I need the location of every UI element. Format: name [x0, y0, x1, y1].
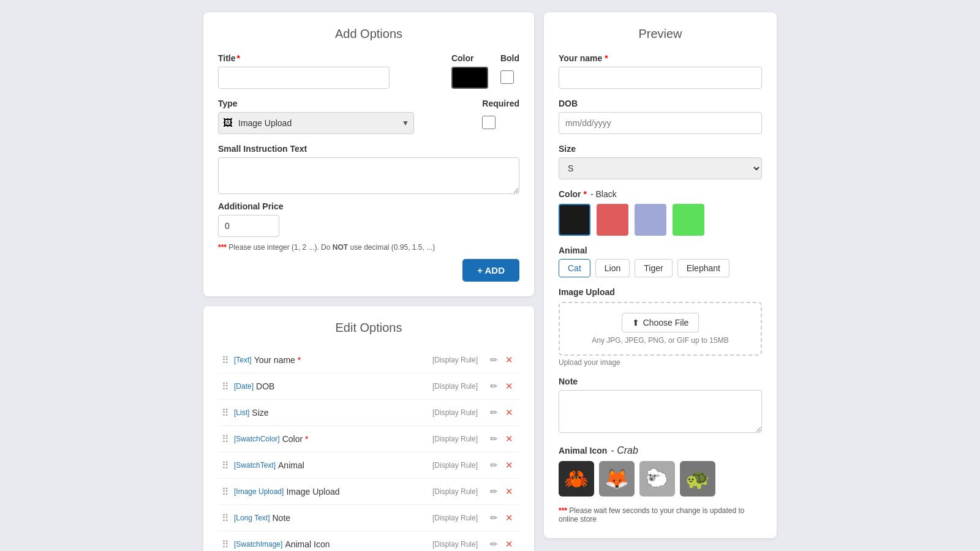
drag-handle[interactable]: ⠿: [222, 486, 229, 498]
row-name: Animal: [278, 460, 432, 470]
color-swatch[interactable]: [597, 204, 628, 236]
x-icon: ✕: [505, 512, 513, 523]
preview-dob-input[interactable]: [559, 112, 762, 134]
edit-pencil-button[interactable]: ✏: [488, 459, 500, 472]
preview-your-name-input[interactable]: [559, 67, 762, 89]
row-name: Note: [273, 513, 432, 523]
sheep-icon[interactable]: 🐑: [639, 461, 675, 497]
required-label: Required: [482, 99, 519, 108]
preview-color-value: - Black: [590, 189, 617, 199]
display-rule[interactable]: [Display Rule]: [432, 435, 478, 443]
upload-icon: ⬆: [632, 318, 639, 328]
animal-button[interactable]: Lion: [595, 259, 630, 277]
choose-file-button[interactable]: ⬆ Choose File: [622, 313, 699, 332]
display-rule[interactable]: [Display Rule]: [432, 356, 478, 364]
edit-pencil-button[interactable]: ✏: [488, 353, 500, 367]
bold-label: Bold: [500, 53, 519, 63]
pencil-icon: ✏: [490, 433, 498, 444]
preview-animal-icon-label: Animal Icon: [559, 446, 607, 455]
preview-size-select[interactable]: S M L XL: [559, 157, 762, 179]
turtle-icon[interactable]: 🐢: [680, 461, 715, 497]
edit-row: ⠿ [Long Text] Note [Display Rule] ✏ ✕: [218, 505, 519, 531]
color-label: Color: [451, 53, 488, 63]
display-rule[interactable]: [Display Rule]: [432, 514, 478, 522]
fox-icon[interactable]: 🦊: [599, 461, 635, 497]
upload-subtext: Upload your image: [559, 358, 762, 367]
edit-row: ⠿ [SwatchColor] Color * [Display Rule] ✏…: [218, 426, 519, 452]
crab-icon[interactable]: 🦀: [559, 461, 594, 497]
edit-pencil-button[interactable]: ✏: [488, 380, 500, 393]
color-swatch[interactable]: [673, 204, 704, 236]
edit-pencil-button[interactable]: ✏: [488, 511, 500, 525]
pencil-icon: ✏: [490, 407, 498, 418]
delete-button[interactable]: ✕: [503, 511, 516, 525]
preview-your-name-label: Your name *: [559, 53, 762, 63]
delete-button[interactable]: ✕: [503, 538, 516, 551]
title-label: Title*: [218, 53, 439, 63]
display-rule[interactable]: [Display Rule]: [432, 382, 478, 391]
row-name: Animal Icon: [285, 539, 432, 549]
delete-button[interactable]: ✕: [503, 353, 516, 367]
preview-animal-icon-label-row: Animal Icon - Crab: [559, 445, 762, 456]
type-select[interactable]: Image Upload Text Date List: [218, 112, 414, 134]
drag-handle[interactable]: ⠿: [222, 460, 229, 471]
edit-row: ⠿ [SwatchImage] Animal Icon [Display Rul…: [218, 531, 519, 551]
animal-button[interactable]: Elephant: [677, 259, 729, 277]
preview-size-label: Size: [559, 144, 762, 154]
edit-row: ⠿ [Image Upload] Image Upload [Display R…: [218, 479, 519, 505]
drag-handle[interactable]: ⠿: [222, 539, 229, 550]
drag-handle[interactable]: ⠿: [222, 381, 229, 392]
small-instruction-textarea[interactable]: [218, 157, 519, 194]
edit-pencil-button[interactable]: ✏: [488, 485, 500, 498]
preview-note-textarea[interactable]: [559, 390, 762, 433]
row-type-tag: [Text]: [234, 356, 252, 364]
color-swatch[interactable]: [559, 204, 590, 236]
bold-group: Bold: [500, 53, 519, 84]
row-name: Size: [252, 408, 432, 418]
preview-animal-icons: 🦀🦊🐑🐢: [559, 461, 762, 497]
edit-pencil-button[interactable]: ✏: [488, 538, 500, 551]
bold-checkbox[interactable]: [500, 70, 514, 84]
delete-button[interactable]: ✕: [503, 432, 516, 446]
display-rule[interactable]: [Display Rule]: [432, 461, 478, 470]
preview-color-group: Color * - Black: [559, 189, 762, 236]
display-rule[interactable]: [Display Rule]: [432, 487, 478, 496]
edit-pencil-button[interactable]: ✏: [488, 432, 500, 446]
title-input[interactable]: [218, 67, 390, 89]
preview-note-label: Note: [559, 377, 762, 386]
required-group: Required: [482, 99, 519, 129]
animal-button[interactable]: Cat: [559, 259, 590, 277]
price-hint: *** Please use integer (1, 2 ...). Do NO…: [218, 243, 519, 252]
add-button[interactable]: + ADD: [462, 259, 519, 282]
delete-button[interactable]: ✕: [503, 459, 516, 472]
pencil-icon: ✏: [490, 354, 498, 365]
pencil-icon: ✏: [490, 381, 498, 391]
color-swatch[interactable]: [635, 204, 666, 236]
edit-pencil-button[interactable]: ✏: [488, 406, 500, 419]
display-rule[interactable]: [Display Rule]: [432, 540, 478, 549]
drag-handle[interactable]: ⠿: [222, 407, 229, 419]
color-picker[interactable]: [451, 67, 488, 89]
x-icon: ✕: [505, 486, 513, 497]
required-checkbox[interactable]: [482, 116, 496, 129]
animal-button[interactable]: Tiger: [635, 259, 672, 277]
drag-handle[interactable]: ⠿: [222, 512, 229, 524]
drag-handle[interactable]: ⠿: [222, 354, 229, 366]
delete-button[interactable]: ✕: [503, 406, 516, 419]
display-rule[interactable]: [Display Rule]: [432, 408, 478, 417]
row-type-tag: [Date]: [234, 382, 254, 391]
edit-row: ⠿ [List] Size [Display Rule] ✏ ✕: [218, 400, 519, 426]
type-group: Type 🖼 Image Upload Text Date List ▼: [218, 99, 414, 134]
preview-image-upload-section: Image Upload ⬆ Choose File Any JPG, JPEG…: [559, 287, 762, 367]
x-icon: ✕: [505, 354, 513, 365]
delete-button[interactable]: ✕: [503, 380, 516, 393]
delete-button[interactable]: ✕: [503, 485, 516, 498]
type-label: Type: [218, 99, 414, 108]
add-options-title: Add Options: [218, 27, 519, 41]
preview-animal-icon-group: Animal Icon - Crab 🦀🦊🐑🐢: [559, 445, 762, 497]
additional-price-input[interactable]: [218, 215, 279, 237]
edit-options-title: Edit Options: [218, 321, 519, 335]
color-group: Color: [451, 53, 488, 89]
preview-title: Preview: [559, 27, 762, 41]
drag-handle[interactable]: ⠿: [222, 433, 229, 445]
